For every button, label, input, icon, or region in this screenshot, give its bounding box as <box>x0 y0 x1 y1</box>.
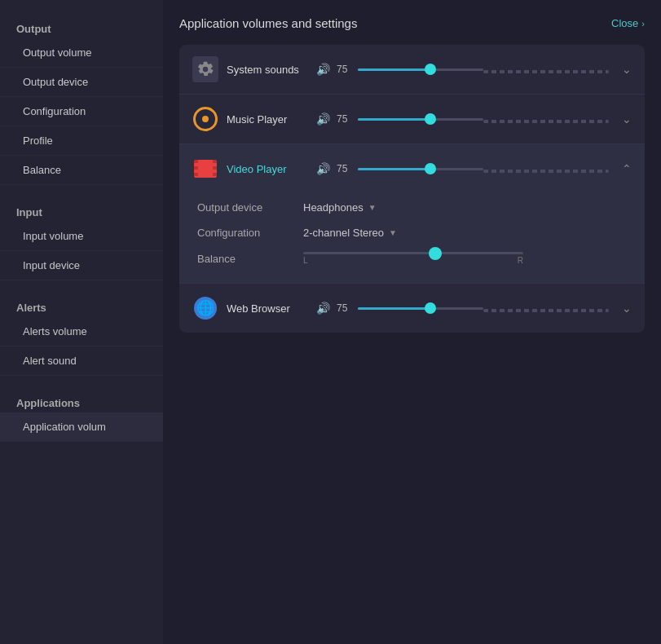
music-player-dashed-bar <box>483 120 609 123</box>
sidebar-section-applications: Applications Application volum <box>0 390 163 442</box>
main-content: Application volumes and settings Close ›… <box>163 0 661 644</box>
balance-slider-track[interactable] <box>303 252 523 254</box>
web-browser-slider-track[interactable] <box>358 307 483 310</box>
sidebar-section-title-input: Input <box>0 200 163 222</box>
configuration-dropdown-icon: ▼ <box>389 228 397 237</box>
main-title: Application volumes and settings <box>179 16 357 30</box>
app-row-main-video: Video Player 🔊 75 ⌃ <box>192 156 632 182</box>
app-row-main-browser: 🌐 Web Browser 🔊 75 ⌄ <box>192 295 632 321</box>
video-player-slider-track[interactable] <box>358 168 483 170</box>
sidebar-item-output-device[interactable]: Output device <box>0 68 163 97</box>
app-row-main-system: System sounds 🔊 75 ⌄ <box>192 56 632 82</box>
system-sounds-volume-control: 🔊 75 ⌄ <box>316 61 632 77</box>
app-row-web-browser: 🌐 Web Browser 🔊 75 ⌄ <box>179 284 645 333</box>
web-browser-expand-button[interactable]: ⌄ <box>622 302 632 315</box>
sidebar-section-title-alerts: Alerts <box>0 295 163 317</box>
close-button[interactable]: Close › <box>611 17 645 29</box>
video-player-icon <box>192 156 218 182</box>
sidebar-item-configuration[interactable]: Configuration <box>0 97 163 126</box>
speaker-icon-music: 🔊 <box>316 112 330 126</box>
video-player-collapse-button[interactable]: ⌃ <box>622 162 632 175</box>
video-player-slider-container <box>358 161 609 177</box>
speaker-icon-browser: 🔊 <box>316 302 330 315</box>
sidebar-section-alerts: Alerts Alerts volume Alert sound <box>0 295 163 376</box>
video-player-volume-number: 75 <box>337 163 351 174</box>
sidebar-item-input-volume[interactable]: Input volume <box>0 222 163 251</box>
sidebar-section-title-output: Output <box>0 16 163 38</box>
system-sounds-name: System sounds <box>227 64 308 76</box>
video-player-volume-control: 🔊 75 ⌃ <box>316 161 632 177</box>
video-configuration-row: Configuration 2-channel Stereo ▼ <box>192 220 632 245</box>
balance-left-label: L <box>303 256 308 265</box>
web-browser-slider-container <box>358 300 609 316</box>
web-browser-dashed-bar <box>483 309 609 312</box>
balance-label: Balance <box>197 253 303 265</box>
web-browser-slider-thumb[interactable] <box>425 302 436 314</box>
system-sounds-expand-button[interactable]: ⌄ <box>622 63 632 76</box>
output-device-label: Output device <box>197 201 303 214</box>
app-row-video-player: Video Player 🔊 75 ⌃ <box>179 144 645 284</box>
web-browser-volume-number: 75 <box>337 302 351 314</box>
output-device-value[interactable]: Headphones ▼ <box>303 201 377 214</box>
system-sounds-icon <box>192 56 218 82</box>
balance-right-label: R <box>518 256 523 265</box>
app-row-music-player: Music Player 🔊 75 ⌄ <box>179 95 645 144</box>
system-sounds-slider-container <box>358 61 609 77</box>
music-player-slider-track[interactable] <box>358 118 483 121</box>
web-browser-slider-fill <box>358 307 430 310</box>
sidebar-item-app-volume[interactable]: Application volum <box>0 412 163 442</box>
configuration-value[interactable]: 2-channel Stereo ▼ <box>303 227 397 239</box>
balance-labels: L R <box>303 256 523 265</box>
main-header: Application volumes and settings Close › <box>179 16 645 30</box>
configuration-label: Configuration <box>197 227 303 239</box>
music-circle-icon <box>193 107 218 131</box>
music-player-slider-fill <box>358 118 430 121</box>
sidebar-section-title-applications: Applications <box>0 390 163 412</box>
music-player-expand-button[interactable]: ⌄ <box>622 112 632 126</box>
music-player-name: Music Player <box>227 113 308 126</box>
music-player-slider-thumb[interactable] <box>425 113 436 125</box>
video-player-slider-thumb[interactable] <box>425 163 436 174</box>
balance-slider-thumb[interactable] <box>429 247 442 260</box>
system-sounds-slider-track[interactable] <box>358 68 483 71</box>
web-browser-icon: 🌐 <box>192 295 218 321</box>
app-row-main-music: Music Player 🔊 75 ⌄ <box>192 106 632 132</box>
sidebar: Output Output volume Output device Confi… <box>0 0 163 644</box>
video-player-expanded-content: Output device Headphones ▼ Configuration… <box>192 192 632 271</box>
video-output-device-row: Output device Headphones ▼ <box>192 195 632 220</box>
sidebar-item-profile[interactable]: Profile <box>0 126 163 156</box>
gear-icon <box>196 60 214 78</box>
balance-slider-wrapper: L R <box>303 252 523 265</box>
web-browser-name: Web Browser <box>227 302 308 315</box>
speaker-icon-video: 🔊 <box>316 162 330 175</box>
music-player-volume-control: 🔊 75 ⌄ <box>316 111 632 127</box>
sidebar-section-input: Input Input volume Input device <box>0 200 163 280</box>
speaker-icon-system: 🔊 <box>316 63 330 76</box>
sidebar-item-output-volume[interactable]: Output volume <box>0 38 163 68</box>
sidebar-item-input-device[interactable]: Input device <box>0 251 163 280</box>
music-player-icon <box>192 106 218 132</box>
system-sounds-slider-thumb[interactable] <box>425 64 436 75</box>
close-label: Close <box>611 17 638 29</box>
video-player-name: Video Player <box>227 163 308 175</box>
video-player-dashed-bar <box>483 170 609 173</box>
sidebar-item-alerts-volume[interactable]: Alerts volume <box>0 317 163 346</box>
music-player-volume-number: 75 <box>337 113 351 125</box>
music-player-slider-container <box>358 111 609 127</box>
sidebar-item-balance[interactable]: Balance <box>0 156 163 185</box>
video-balance-row: Balance L R <box>192 245 632 271</box>
film-strip-icon <box>194 160 217 178</box>
system-sounds-volume-number: 75 <box>337 64 351 75</box>
sidebar-item-alert-sound[interactable]: Alert sound <box>0 346 163 376</box>
output-device-text: Headphones <box>303 201 364 214</box>
system-sounds-slider-fill <box>358 68 430 71</box>
output-device-dropdown-icon: ▼ <box>368 203 377 212</box>
configuration-text: 2-channel Stereo <box>303 227 384 239</box>
volume-panel: System sounds 🔊 75 ⌄ <box>179 45 645 333</box>
system-sounds-dashed-bar <box>483 70 609 73</box>
chevron-right-icon: › <box>641 19 645 29</box>
app-row-system-sounds: System sounds 🔊 75 ⌄ <box>179 45 645 95</box>
web-browser-volume-control: 🔊 75 ⌄ <box>316 300 632 316</box>
video-player-slider-fill <box>358 168 430 170</box>
globe-icon: 🌐 <box>194 297 217 320</box>
